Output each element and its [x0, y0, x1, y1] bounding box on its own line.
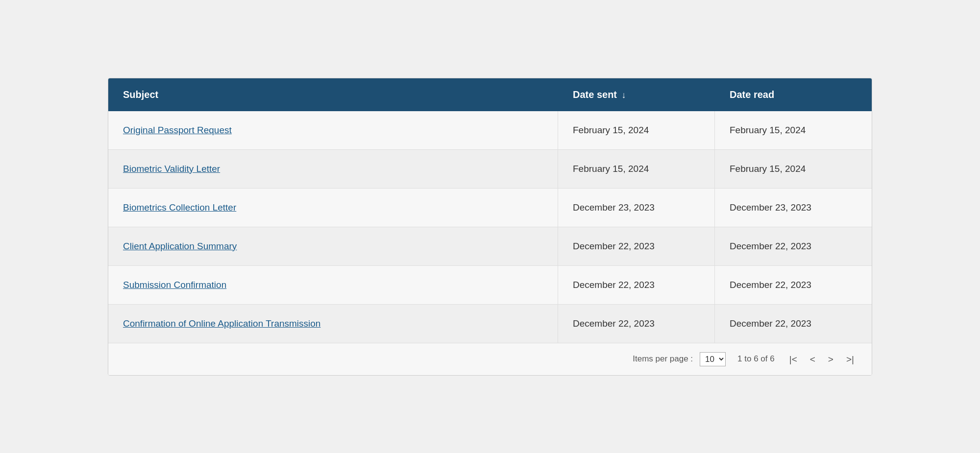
table-header: Subject Date sent ↓ Date read [108, 78, 872, 111]
subject-cell: Client Application Summary [108, 227, 558, 265]
subject-link[interactable]: Original Passport Request [123, 125, 232, 135]
subject-cell: Biometrics Collection Letter [108, 189, 558, 227]
subject-link[interactable]: Client Application Summary [123, 241, 237, 251]
date-read-cell: December 22, 2023 [715, 227, 872, 265]
subject-cell: Submission Confirmation [108, 266, 558, 304]
pagination-row: Items per page : 10 25 50 1 to 6 of 6 |<… [108, 343, 872, 375]
items-per-page-select[interactable]: 10 25 50 [700, 352, 726, 366]
subject-label: Subject [123, 89, 158, 100]
sort-arrow-icon: ↓ [622, 90, 626, 100]
date-sent-cell: February 15, 2024 [558, 150, 715, 188]
date-sent-label: Date sent [573, 89, 617, 100]
date-sent-cell: February 15, 2024 [558, 111, 715, 149]
table-row: Submission ConfirmationDecember 22, 2023… [108, 266, 872, 305]
date-read-cell: December 22, 2023 [715, 305, 872, 343]
messages-table: Subject Date sent ↓ Date read Original P… [108, 78, 872, 376]
prev-page-button[interactable]: < [807, 354, 818, 365]
next-page-button[interactable]: > [825, 354, 836, 365]
date-read-cell: February 15, 2024 [715, 150, 872, 188]
subject-link[interactable]: Biometric Validity Letter [123, 164, 220, 174]
date-read-column-header: Date read [715, 78, 872, 111]
first-page-button[interactable]: |< [786, 354, 800, 365]
date-sent-cell: December 22, 2023 [558, 305, 715, 343]
subject-cell: Biometric Validity Letter [108, 150, 558, 188]
date-sent-cell: December 22, 2023 [558, 266, 715, 304]
table-row: Biometrics Collection LetterDecember 23,… [108, 189, 872, 227]
subject-link[interactable]: Submission Confirmation [123, 280, 226, 290]
subject-column-header: Subject [108, 78, 558, 111]
table-body: Original Passport RequestFebruary 15, 20… [108, 111, 872, 343]
subject-cell: Original Passport Request [108, 111, 558, 149]
table-row: Confirmation of Online Application Trans… [108, 305, 872, 343]
table-row: Original Passport RequestFebruary 15, 20… [108, 111, 872, 150]
date-read-cell: December 22, 2023 [715, 266, 872, 304]
subject-cell: Confirmation of Online Application Trans… [108, 305, 558, 343]
table-row: Biometric Validity LetterFebruary 15, 20… [108, 150, 872, 189]
date-sent-cell: December 23, 2023 [558, 189, 715, 227]
items-per-page-label: Items per page : [633, 354, 693, 364]
subject-link[interactable]: Biometrics Collection Letter [123, 202, 236, 213]
subject-link[interactable]: Confirmation of Online Application Trans… [123, 318, 320, 329]
date-read-label: Date read [730, 89, 774, 100]
date-read-cell: December 23, 2023 [715, 189, 872, 227]
date-sent-column-header[interactable]: Date sent ↓ [558, 78, 715, 111]
date-read-cell: February 15, 2024 [715, 111, 872, 149]
pagination-range-info: 1 to 6 of 6 [737, 354, 775, 364]
table-row: Client Application SummaryDecember 22, 2… [108, 227, 872, 266]
last-page-button[interactable]: >| [843, 354, 857, 365]
date-sent-cell: December 22, 2023 [558, 227, 715, 265]
